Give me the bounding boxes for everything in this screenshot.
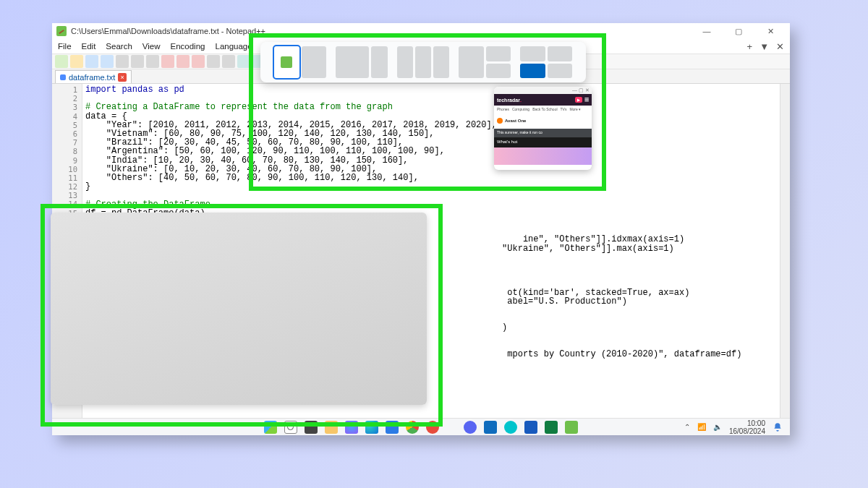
- paste-button[interactable]: [192, 55, 205, 68]
- menu-view[interactable]: View: [142, 42, 161, 51]
- thumb-tagline: This summer, make it run co: [494, 129, 592, 137]
- thumb-hot-label: What's hot: [494, 137, 592, 147]
- snap-layouts-panel: [260, 42, 586, 82]
- snap-preview-current-app-icon: [281, 56, 292, 68]
- open-file-button[interactable]: [70, 55, 83, 68]
- snap-placeholder-window[interactable]: [51, 213, 427, 405]
- menu-plus-button[interactable]: +: [747, 41, 753, 52]
- copy-button[interactable]: [176, 55, 190, 68]
- cut-button[interactable]: [161, 55, 174, 68]
- vertical-scrollbar[interactable]: [780, 84, 790, 421]
- discord-icon[interactable]: [464, 421, 477, 434]
- tray-chevron-icon[interactable]: ⌃: [684, 423, 690, 431]
- save-button[interactable]: [85, 55, 98, 68]
- snap-window-thumbnail[interactable]: —▢✕ techradar . ▶ ☰ PhonesComputing Back…: [494, 87, 592, 170]
- snap-layout-two-unequal[interactable]: [336, 46, 388, 78]
- titlebar[interactable]: C:\Users\Emmal\Downloads\dataframe.txt -…: [52, 23, 790, 39]
- thumb-brand: techradar: [497, 98, 520, 103]
- menu-edit[interactable]: Edit: [82, 42, 96, 51]
- outlook-icon[interactable]: [484, 421, 497, 434]
- menu-dropdown-button[interactable]: ▼: [760, 41, 769, 52]
- task-view-button[interactable]: [305, 421, 318, 434]
- notepadpp-taskbar-icon[interactable]: [565, 421, 578, 434]
- redo-button[interactable]: [222, 55, 235, 68]
- close-doc-button[interactable]: [116, 55, 129, 68]
- menu-search[interactable]: Search: [106, 42, 132, 51]
- edge-icon[interactable]: [365, 421, 378, 434]
- menu-encoding[interactable]: Encoding: [171, 42, 205, 51]
- tab-label: dataframe.txt: [69, 73, 115, 82]
- volume-icon[interactable]: 🔈: [713, 423, 722, 431]
- taskbar-search-button[interactable]: [284, 421, 297, 434]
- maximize-button[interactable]: ▢: [723, 24, 754, 38]
- copilot-icon[interactable]: [345, 421, 358, 434]
- find-button[interactable]: [237, 55, 250, 68]
- new-file-button[interactable]: [55, 55, 68, 68]
- word-icon[interactable]: [524, 421, 537, 434]
- clock[interactable]: 10:00 16/08/2024: [729, 419, 765, 435]
- print-button[interactable]: [146, 55, 159, 68]
- tab-icon: [60, 74, 66, 80]
- canva-icon[interactable]: [504, 421, 517, 434]
- notifications-icon[interactable]: [773, 422, 783, 432]
- snap-layout-left-stack-right[interactable]: [459, 46, 511, 78]
- system-tray[interactable]: ⌃ 📶 🔈 10:00 16/08/2024: [684, 419, 783, 435]
- save-all-button[interactable]: [101, 55, 114, 68]
- close-button[interactable]: ✕: [755, 24, 786, 38]
- window-title: C:\Users\Emmal\Downloads\dataframe.txt -…: [71, 27, 265, 35]
- menu-file[interactable]: File: [58, 42, 72, 51]
- snap-layout-three-columns[interactable]: [397, 46, 449, 78]
- tab-close-button[interactable]: ×: [118, 73, 127, 82]
- thumb-banner-text: Avast One: [505, 119, 526, 123]
- start-button[interactable]: [264, 421, 277, 434]
- menu-close-button[interactable]: ✕: [776, 41, 784, 52]
- minimize-button[interactable]: —: [692, 24, 722, 38]
- file-tab-dataframe[interactable]: dataframe.txt ×: [55, 70, 132, 83]
- snap-layout-two-equal[interactable]: [274, 46, 326, 78]
- taskbar: ⌃ 📶 🔈 10:00 16/08/2024: [52, 418, 790, 435]
- undo-button[interactable]: [207, 55, 220, 68]
- wifi-icon[interactable]: 📶: [697, 423, 706, 431]
- file-explorer-icon[interactable]: [325, 421, 338, 434]
- excel-icon[interactable]: [545, 421, 558, 434]
- app-icon: [56, 26, 67, 36]
- menu-language[interactable]: Language: [215, 42, 252, 51]
- mail-icon[interactable]: [386, 421, 399, 434]
- close-all-button[interactable]: [131, 55, 144, 68]
- red-app-icon[interactable]: [426, 421, 439, 434]
- snap-layout-quad[interactable]: [520, 46, 572, 78]
- chrome-icon[interactable]: [406, 421, 419, 434]
